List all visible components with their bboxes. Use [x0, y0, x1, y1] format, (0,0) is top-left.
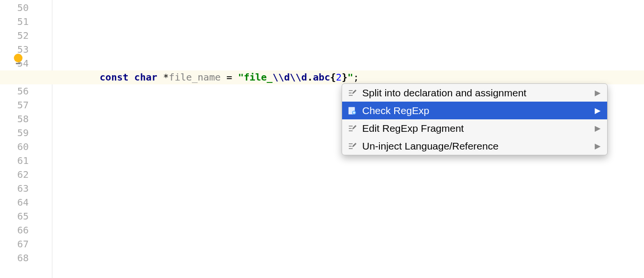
- code-line[interactable]: [39, 251, 644, 265]
- code-line[interactable]: [39, 154, 644, 168]
- code-line[interactable]: [39, 223, 644, 237]
- escape-seq: \\d: [273, 71, 290, 83]
- keyword-const: const: [100, 71, 128, 83]
- menu-item-label: Check RegExp: [362, 105, 591, 116]
- dot: .: [307, 71, 313, 83]
- brace: }: [342, 71, 347, 83]
- line-number: 56: [0, 84, 29, 98]
- menu-item-label: Edit RegExp Fragment: [362, 123, 591, 134]
- submenu-arrow-icon: ▶: [595, 124, 600, 133]
- number: 2: [336, 71, 342, 83]
- line-number: 59: [0, 126, 29, 140]
- regex-lit: abc: [313, 71, 330, 83]
- line-number: 57: [0, 98, 29, 112]
- line-number: 64: [0, 196, 29, 209]
- menu-item-label: Split into declaration and assignment: [362, 87, 591, 99]
- edit-pencil-icon: [347, 88, 357, 98]
- star: *: [163, 71, 169, 83]
- intention-bulb-icon[interactable]: [13, 54, 23, 65]
- line-number: 52: [0, 29, 29, 43]
- string-literal: file_: [244, 71, 272, 83]
- line-number: 50: [0, 1, 29, 15]
- menu-item-split-into-declaration-and-assignment[interactable]: Split into declaration and assignment▶: [342, 84, 607, 102]
- regexp-icon: [347, 105, 357, 116]
- edit-pencil-icon: [347, 141, 357, 151]
- code-line[interactable]: [39, 1, 644, 15]
- line-number: 60: [0, 140, 29, 154]
- semicolon: ;: [353, 71, 359, 83]
- line-number: 62: [0, 168, 29, 182]
- identifier: file_name: [169, 71, 221, 83]
- menu-item-check-regexp[interactable]: Check RegExp▶: [342, 102, 607, 119]
- code-line[interactable]: [39, 196, 644, 209]
- equals: =: [226, 71, 232, 83]
- string-open-quote: ": [238, 71, 244, 83]
- keyword-char: char: [134, 71, 157, 83]
- string-close-quote: ": [347, 71, 353, 83]
- menu-item-edit-regexp-fragment[interactable]: Edit RegExp Fragment▶: [342, 119, 607, 137]
- code-line[interactable]: [39, 237, 644, 251]
- code-line[interactable]: [39, 43, 644, 57]
- brace: {: [330, 71, 336, 83]
- submenu-arrow-icon: ▶: [595, 106, 600, 115]
- code-line[interactable]: [39, 182, 644, 196]
- code-line[interactable]: [39, 57, 644, 70]
- intention-actions-popup: Split into declaration and assignment▶Ch…: [342, 83, 608, 155]
- line-number: 58: [0, 112, 29, 126]
- menu-item-un-inject-language-reference[interactable]: Un-inject Language/Reference▶: [342, 137, 607, 155]
- line-number: 68: [0, 251, 29, 265]
- escape-seq: \\d: [290, 71, 307, 83]
- submenu-arrow-icon: ▶: [595, 88, 600, 97]
- edit-pencil-icon: [347, 123, 357, 134]
- code-line[interactable]: [39, 29, 644, 43]
- line-number: 65: [0, 209, 29, 223]
- line-number: 66: [0, 223, 29, 237]
- submenu-arrow-icon: ▶: [595, 141, 600, 151]
- line-number: 61: [0, 154, 29, 168]
- code-line[interactable]: [39, 15, 644, 29]
- line-gutter: 50515253545556575859606162636465666768: [0, 0, 39, 278]
- line-number: 51: [0, 15, 29, 29]
- menu-item-label: Un-inject Language/Reference: [362, 140, 591, 152]
- code-line[interactable]: [39, 168, 644, 182]
- line-number: 67: [0, 237, 29, 251]
- code-line[interactable]: [39, 209, 644, 223]
- line-number: 63: [0, 182, 29, 196]
